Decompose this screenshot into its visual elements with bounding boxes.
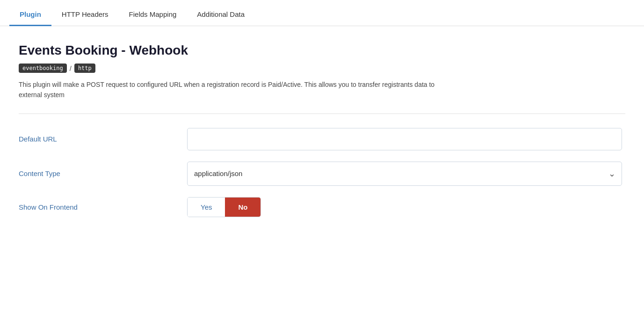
content-type-value: application/json [194, 170, 242, 177]
badge-row: eventbooking / http [19, 64, 625, 73]
show-on-frontend-field: Show On Frontend Yes No [19, 197, 625, 217]
content-type-select-wrapper: application/json ⌄ [187, 162, 622, 186]
tab-plugin[interactable]: Plugin [9, 4, 51, 26]
content-type-label: Content Type [19, 170, 187, 177]
default-url-field: Default URL [19, 128, 625, 150]
page-title: Events Booking - Webhook [19, 43, 625, 58]
badge-eventbooking: eventbooking [19, 64, 67, 73]
content-type-control: application/json ⌄ [187, 162, 622, 186]
show-on-frontend-control: Yes No [187, 197, 622, 217]
toggle-group: Yes No [187, 197, 261, 217]
tab-additional-data[interactable]: Additional Data [187, 4, 255, 26]
default-url-label: Default URL [19, 135, 187, 143]
plugin-description: This plugin will make a POST request to … [19, 79, 440, 100]
badge-separator: / [70, 64, 72, 72]
badge-http: http [74, 64, 95, 73]
tabs-bar: Plugin HTTP Headers Fields Mapping Addit… [0, 0, 644, 26]
default-url-control [187, 128, 622, 150]
main-content: Events Booking - Webhook eventbooking / … [0, 26, 644, 247]
page-wrapper: Plugin HTTP Headers Fields Mapping Addit… [0, 0, 644, 318]
tab-http-headers[interactable]: HTTP Headers [51, 4, 119, 26]
tab-fields-mapping[interactable]: Fields Mapping [119, 4, 187, 26]
content-type-field: Content Type application/json ⌄ [19, 162, 625, 186]
toggle-yes-button[interactable]: Yes [188, 198, 225, 217]
toggle-no-button[interactable]: No [225, 198, 260, 217]
content-type-select[interactable]: application/json [187, 162, 622, 186]
default-url-input[interactable] [187, 128, 622, 150]
section-divider [19, 113, 625, 114]
show-on-frontend-label: Show On Frontend [19, 203, 187, 211]
